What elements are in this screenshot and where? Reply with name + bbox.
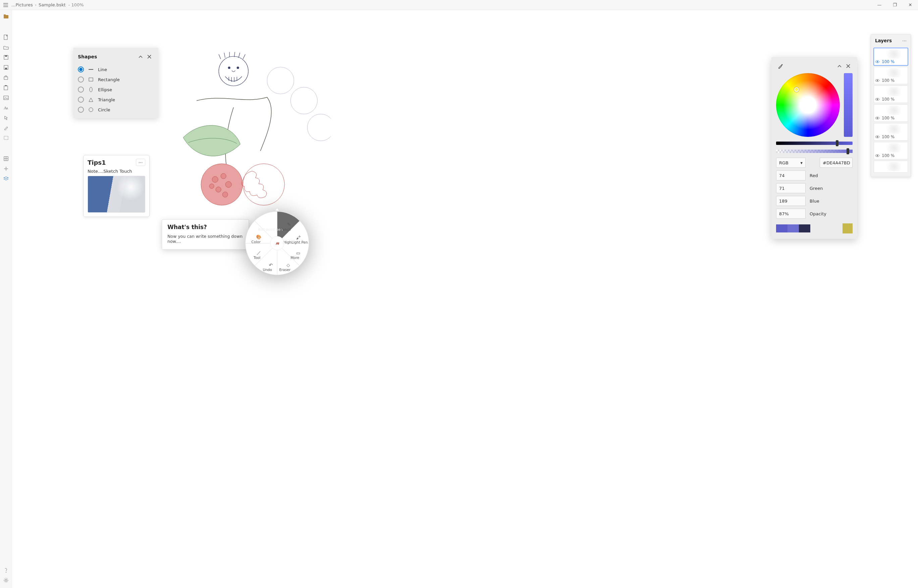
more-icon[interactable]: ⋯ — [902, 38, 907, 43]
svg-line-29 — [7, 578, 8, 579]
chevron-up-icon[interactable] — [835, 62, 844, 70]
shape-label: Ellipse — [98, 87, 112, 92]
layer-item[interactable]: 100 % — [874, 142, 908, 159]
swatch-current[interactable] — [842, 223, 853, 233]
eye-icon[interactable] — [875, 60, 880, 63]
bpen-icon[interactable]: ✒ — [269, 220, 277, 228]
radial-menu[interactable]: ✒ Ball-point pen ✎ Pencil 🖍 HighLight Pe… — [245, 211, 309, 275]
tips-title: Tips1 — [87, 159, 106, 166]
svg-rect-9 — [5, 68, 7, 69]
radio-icon — [78, 87, 84, 92]
layer-extra-preview[interactable] — [874, 161, 908, 173]
close-button[interactable]: ✕ — [903, 0, 918, 10]
open-folder-icon[interactable] — [0, 42, 12, 52]
layer-opacity: 100 % — [882, 134, 894, 139]
whats-this-title: What's this? — [167, 224, 243, 231]
clipboard-icon[interactable] — [0, 82, 12, 92]
line-icon — [88, 66, 94, 73]
opacity-slider[interactable] — [776, 150, 853, 153]
hex-input[interactable]: #DE4A47BD — [820, 158, 853, 168]
swatch[interactable] — [787, 225, 799, 233]
tips-card: Tips1 ⋯ Note....Sketch Touch — [83, 155, 150, 217]
layer-item[interactable]: 100 % — [874, 67, 908, 84]
canvas-area[interactable]: Shapes Line Rectangle Ellipse Triangle — [12, 10, 918, 588]
close-icon[interactable] — [844, 62, 853, 70]
shape-option-triangle[interactable]: Triangle — [73, 95, 158, 105]
pointer-icon[interactable] — [0, 113, 12, 123]
shape-option-rectangle[interactable]: Rectangle — [73, 74, 158, 84]
swatch[interactable] — [799, 225, 810, 233]
eye-icon[interactable] — [875, 154, 880, 157]
maximize-button[interactable]: ❐ — [887, 0, 903, 10]
radial-hub[interactable]: 𝑚 — [270, 236, 284, 250]
layer-opacity: 100 % — [882, 59, 894, 64]
minimize-button[interactable]: — — [872, 0, 887, 10]
selection-icon[interactable] — [0, 133, 12, 143]
red-input[interactable]: 74 — [776, 170, 806, 181]
layer-item[interactable]: 100 % — [874, 104, 908, 122]
more-icon[interactable]: ⋯ — [136, 159, 145, 166]
color-swatches — [776, 223, 853, 233]
target-icon[interactable] — [0, 164, 12, 174]
pen-icon[interactable] — [0, 123, 12, 133]
titlebar: ...Pictures › Sample.bskt - 100% — ❐ ✕ — [0, 0, 918, 10]
svg-point-37 — [243, 164, 284, 205]
help-icon[interactable] — [0, 565, 12, 575]
svg-point-35 — [307, 114, 331, 141]
layers-title: Layers — [875, 38, 892, 43]
shape-option-ellipse[interactable]: Ellipse — [73, 84, 158, 95]
color-value-column[interactable] — [844, 73, 853, 137]
store-icon[interactable] — [0, 73, 12, 82]
radial-label: Undo — [254, 268, 281, 272]
close-icon[interactable] — [145, 52, 154, 61]
svg-point-51 — [877, 117, 878, 119]
eye-icon[interactable] — [875, 98, 880, 101]
shape-option-circle[interactable]: Circle — [73, 105, 158, 115]
pencil-icon[interactable]: ✎ — [285, 220, 293, 228]
svg-point-43 — [223, 192, 228, 197]
field-label: Blue — [810, 199, 819, 204]
color-wheel[interactable] — [776, 73, 840, 137]
opacity-input[interactable]: 87% — [776, 208, 806, 219]
field-label: Opacity — [810, 211, 826, 216]
svg-line-28 — [4, 582, 5, 582]
ellipse-icon — [88, 87, 94, 92]
text-icon[interactable]: AA — [0, 103, 12, 113]
green-input[interactable]: 71 — [776, 183, 806, 193]
breadcrumb-file[interactable]: Sample.bskt — [39, 2, 66, 7]
files-active-icon[interactable] — [0, 11, 12, 21]
new-file-icon[interactable] — [0, 32, 12, 42]
swatch[interactable] — [776, 225, 787, 233]
eye-icon[interactable] — [875, 116, 880, 120]
triangle-icon — [88, 97, 94, 103]
layer-item[interactable]: 100 % — [874, 48, 908, 65]
eye-icon[interactable] — [875, 135, 880, 139]
svg-line-26 — [4, 578, 5, 579]
layer-thumbnail — [875, 143, 907, 153]
settings-icon[interactable] — [0, 575, 12, 585]
layer-opacity: 100 % — [882, 116, 894, 120]
image-icon[interactable] — [0, 92, 12, 103]
eyedropper-icon[interactable] — [776, 62, 785, 70]
color-mode-dropdown[interactable]: RGB▾ — [776, 158, 806, 168]
brightness-slider[interactable] — [776, 142, 853, 145]
shape-option-line[interactable]: Line — [73, 65, 158, 74]
eye-icon[interactable] — [875, 79, 880, 82]
svg-point-30 — [219, 57, 248, 86]
grid-icon[interactable] — [0, 153, 12, 164]
blue-input[interactable]: 189 — [776, 196, 806, 206]
layer-item[interactable]: 100 % — [874, 123, 908, 141]
layer-opacity: 100 % — [882, 153, 894, 158]
svg-rect-7 — [5, 55, 7, 57]
save-icon[interactable] — [0, 52, 12, 62]
caret-up-icon — [275, 208, 279, 211]
layers-icon[interactable] — [0, 174, 12, 184]
tips-thumbnail[interactable] — [87, 176, 145, 213]
layer-opacity: 100 % — [882, 97, 894, 102]
layer-item[interactable]: 100 % — [874, 86, 908, 103]
save-as-icon[interactable] — [0, 62, 12, 73]
hamburger-icon[interactable] — [0, 3, 11, 7]
chevron-up-icon[interactable] — [136, 52, 145, 61]
color-wheel-selector[interactable] — [794, 87, 799, 92]
breadcrumb-path[interactable]: ...Pictures — [11, 2, 33, 7]
